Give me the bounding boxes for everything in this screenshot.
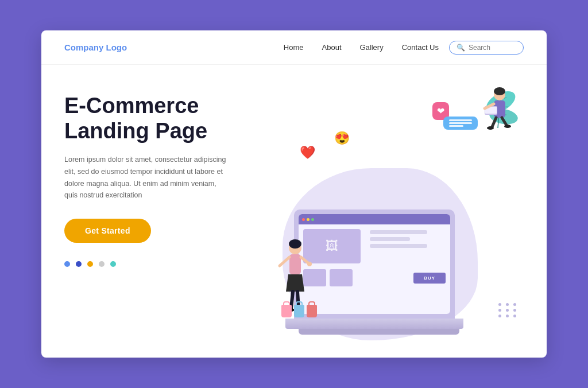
nav-home[interactable]: Home: [284, 43, 304, 52]
svg-point-15: [504, 125, 511, 128]
search-box[interactable]: 🔍: [449, 41, 524, 55]
nav-about[interactable]: About: [322, 43, 342, 52]
landing-page-card: Company Logo Home About Gallery Contact …: [41, 30, 547, 358]
deco-dot: [513, 309, 516, 312]
left-panel: E-CommerceLanding Page Lorem ipsum dolor…: [64, 82, 271, 346]
nav-contact[interactable]: Contact Us: [402, 43, 439, 52]
deco-dot: [513, 303, 516, 306]
deco-dot: [498, 309, 501, 312]
smiley-emoji: 😍: [334, 131, 350, 146]
svg-point-22: [307, 262, 312, 266]
laptop-screen-outer: 🖼 BUY: [294, 209, 455, 319]
hero-description: Lorem ipsum dolor sit amet, consectetur …: [64, 154, 231, 201]
hero-title: E-CommerceLanding Page: [64, 94, 271, 143]
shopping-bags: [281, 305, 317, 317]
dot-2[interactable]: [76, 261, 82, 267]
chat-bubble: [443, 117, 478, 130]
screen-topbar: [299, 214, 450, 224]
company-logo: Company Logo: [64, 42, 127, 52]
svg-line-20: [280, 257, 289, 266]
deco-dot: [506, 315, 509, 317]
heart-emoji: ❤️: [300, 145, 315, 160]
search-icon: 🔍: [457, 44, 465, 52]
figure-left: [277, 240, 311, 315]
screen-line-3: [370, 244, 427, 248]
dot-4[interactable]: [99, 261, 105, 267]
bag-pink: [281, 305, 292, 317]
laptop-stand: [299, 329, 459, 335]
navbar: Company Logo Home About Gallery Contact …: [41, 30, 547, 65]
screen-dot-green: [311, 218, 314, 221]
screen-dot-red: [302, 218, 305, 221]
get-started-button[interactable]: Get Started: [64, 219, 151, 243]
bag-blue: [294, 305, 304, 317]
svg-line-13: [502, 118, 506, 125]
pagination-dots: [64, 261, 271, 267]
nav-links: Home About Gallery Contact Us: [284, 43, 439, 52]
screen-line-1: [370, 230, 427, 234]
deco-dot: [506, 303, 509, 306]
svg-rect-18: [289, 254, 301, 274]
main-content: E-CommerceLanding Page Lorem ipsum dolor…: [41, 65, 547, 358]
chat-line-1: [449, 119, 472, 121]
figure-right: [472, 88, 512, 139]
svg-point-7: [494, 87, 505, 95]
dot-5[interactable]: [110, 261, 116, 267]
deco-dot: [498, 315, 501, 317]
screen-bottom-row: BUY: [303, 269, 446, 286]
nav-gallery[interactable]: Gallery: [360, 43, 384, 52]
bag-red: [307, 305, 317, 317]
svg-point-17: [289, 239, 301, 249]
screen-thumb-2: [330, 269, 353, 286]
laptop-screen-inner: 🖼 BUY: [299, 214, 450, 314]
deco-dot: [498, 303, 501, 306]
dots-decoration: [498, 303, 518, 317]
search-input[interactable]: [469, 44, 520, 52]
buy-button[interactable]: BUY: [413, 273, 446, 284]
screen-line-2: [370, 237, 410, 241]
screen-content-area: 🖼 BUY: [299, 224, 450, 291]
dot-1[interactable]: [64, 261, 70, 267]
deco-dot: [506, 309, 509, 312]
chat-line-2: [449, 122, 472, 124]
svg-marker-19: [286, 274, 304, 292]
deco-dot: [513, 315, 516, 317]
svg-line-12: [492, 118, 496, 127]
screen-text-lines: [370, 230, 427, 251]
chat-line-3: [449, 125, 463, 127]
illustration-panel: ❤ ❤️ 😍: [271, 82, 524, 346]
screen-dot-yellow: [307, 218, 310, 221]
svg-point-14: [487, 126, 494, 130]
dot-3[interactable]: [87, 261, 93, 267]
laptop-illustration: 🖼 BUY: [294, 209, 463, 335]
image-icon: 🖼: [326, 239, 338, 254]
